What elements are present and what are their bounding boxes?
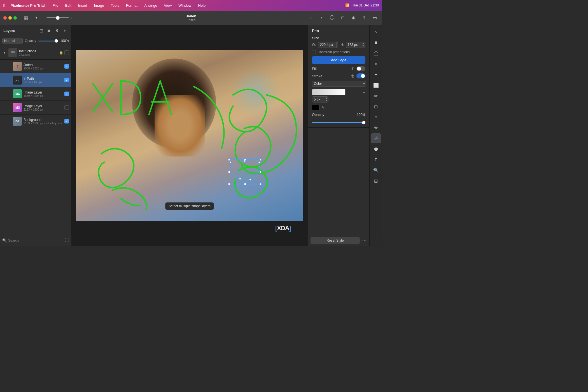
layer-item[interactable]: ▼ ☶ Instructions 3 Layers 🔒: [0, 46, 71, 59]
sidebar-toggle-button[interactable]: ▦: [22, 14, 30, 22]
more-options-button[interactable]: ⋯: [371, 234, 381, 244]
paint-tool-button[interactable]: ■: [371, 38, 381, 48]
rect-select-button[interactable]: ⬜: [371, 80, 381, 90]
layer-visibility-checkbox[interactable]: ✓: [64, 78, 69, 82]
menu-window[interactable]: Window: [177, 3, 192, 8]
text-tool-button[interactable]: T: [371, 155, 381, 165]
layer-visibility-checkbox[interactable]: ✓: [64, 119, 69, 123]
constrain-proportions-checkbox[interactable]: [312, 50, 316, 54]
view-options-button[interactable]: ▭: [370, 14, 379, 22]
zoom-out-button[interactable]: −: [43, 16, 45, 20]
color-edit-icon[interactable]: ✎: [321, 105, 325, 110]
menu-edit[interactable]: Edit: [64, 3, 73, 8]
menu-image[interactable]: Image: [93, 3, 105, 8]
height-increment-btn[interactable]: ▲: [361, 42, 365, 45]
stroke-opacity-slider[interactable]: [312, 122, 365, 123]
menu-insert[interactable]: Insert: [77, 3, 88, 8]
zoom-tool-button[interactable]: 🔍: [371, 165, 381, 175]
constrain-proportions-label: Constrain proportions: [318, 50, 350, 54]
stroke-delete-icon[interactable]: 🗑: [351, 74, 355, 78]
close-button[interactable]: [3, 16, 7, 20]
layer-visibility-checkbox[interactable]: ✓: [64, 64, 69, 69]
height-input[interactable]: [346, 42, 361, 48]
layer-item[interactable]: J Jaden 2008 × 2326 px ✓: [0, 60, 71, 73]
heal-tool-button[interactable]: ○: [371, 112, 381, 122]
transform-tool-button[interactable]: ⊞: [371, 176, 381, 186]
menu-arrange[interactable]: Arrange: [143, 3, 158, 8]
stroke-preview-row: ▼: [312, 89, 365, 95]
stroke-width-decrement-btn[interactable]: ▼: [324, 99, 328, 102]
lasso-tool-button[interactable]: ⚬: [371, 59, 381, 69]
menu-format[interactable]: Format: [125, 3, 139, 8]
menu-view[interactable]: View: [163, 3, 173, 8]
minimize-button[interactable]: [8, 16, 12, 20]
blend-mode-select[interactable]: Normal: [2, 38, 23, 44]
stroke-toggle[interactable]: [356, 73, 365, 78]
blur-tool-button[interactable]: ❋: [371, 123, 381, 133]
menu-tools[interactable]: Tools: [110, 3, 120, 8]
document-title-area: Jaden Edited: [186, 14, 197, 22]
pen-tool-button[interactable]: [371, 133, 381, 143]
layer-thumbnail: IMG: [13, 89, 22, 98]
reset-style-button[interactable]: Reset Style: [311, 237, 360, 244]
layer-actions: ✓: [64, 64, 69, 69]
menu-file[interactable]: File: [52, 3, 60, 8]
share-button[interactable]: ⇧: [360, 14, 368, 22]
layers-add-bottom-icon[interactable]: ⓘ: [65, 237, 69, 243]
height-decrement-btn[interactable]: ▼: [361, 45, 365, 48]
layers-add-icon[interactable]: +: [62, 27, 68, 34]
info-button[interactable]: ⓘ: [328, 14, 336, 22]
width-decrement-btn[interactable]: ▼: [337, 45, 338, 48]
canvas-area[interactable]: Select multiple shape layers [XDA]: [71, 25, 308, 246]
brush-tool-button[interactable]: ✏: [371, 91, 381, 101]
layer-item[interactable]: IMG Image Layer 2133 × 1600 px: [0, 101, 71, 114]
stroke-width-increment-btn[interactable]: ▲: [324, 97, 328, 99]
layer-item[interactable]: IMG Image Layer 1889 × 1406 px ✓: [0, 87, 71, 101]
select-tool-button[interactable]: ↖: [371, 27, 381, 37]
chevron-down-button[interactable]: ▼: [32, 14, 40, 22]
layer-visibility-checkbox[interactable]: [64, 50, 69, 55]
fill-toggle[interactable]: [356, 66, 365, 71]
layer-item[interactable]: BG Background 2133 × 1600 px, Color Adju…: [0, 115, 71, 128]
circle-select-button[interactable]: ◯: [371, 48, 381, 58]
layers-mask-icon[interactable]: ◼: [46, 27, 52, 34]
stroke-width-input[interactable]: [312, 97, 324, 102]
panel-more-icon[interactable]: ⋯: [362, 238, 367, 243]
menubar-right: 📶 Tue 31 Dec 21:30: [345, 3, 379, 7]
opacity-value: 100%: [60, 39, 69, 43]
layers-icon-button[interactable]: ◾: [307, 14, 315, 22]
apple-menu[interactable]: : [3, 3, 5, 8]
layer-name: Jaden: [24, 63, 64, 67]
layers-filter-icon[interactable]: ✖: [54, 27, 60, 34]
magic-wand-button[interactable]: ✦: [371, 69, 381, 80]
eraser-tool-button[interactable]: ◻: [371, 101, 381, 111]
maximize-button[interactable]: [13, 16, 17, 20]
stroke-color-chevron-icon: ▼: [363, 91, 365, 94]
zoom-slider[interactable]: [46, 17, 69, 18]
shape-tool-button[interactable]: ⬢: [371, 144, 381, 154]
layers-search-bottom-input[interactable]: [8, 239, 64, 242]
stroke-type-select[interactable]: Color Gradient: [312, 81, 366, 87]
expand-icon: [7, 105, 11, 110]
crop-button[interactable]: □: [339, 14, 347, 22]
width-input[interactable]: [318, 42, 336, 48]
lock-icon: 🔒: [59, 51, 63, 55]
layers-animate-icon[interactable]: ◰: [38, 27, 44, 34]
menu-help[interactable]: Help: [197, 3, 207, 8]
layer-visibility-checkbox[interactable]: [64, 105, 69, 110]
color-swatch[interactable]: [312, 105, 320, 110]
fill-delete-icon[interactable]: 🗑: [351, 66, 355, 71]
add-style-button[interactable]: Add Style: [312, 56, 365, 64]
adjustments-button[interactable]: ▫: [317, 14, 326, 22]
stroke-color-preview[interactable]: [312, 89, 346, 95]
zoom-in-button[interactable]: +: [70, 16, 72, 20]
app-name[interactable]: Pixelmator Pro Trial: [10, 3, 45, 8]
layer-item-active[interactable]: ◆ Path 220.4 × 163 px ✓: [0, 73, 71, 87]
share-options-button[interactable]: ⊕: [349, 14, 358, 22]
expand-icon[interactable]: ▼: [2, 50, 7, 55]
opacity-slider[interactable]: [38, 41, 58, 41]
layer-info: Image Layer 1889 × 1406 px: [24, 90, 64, 97]
width-increment-btn[interactable]: ▲: [337, 42, 338, 45]
layers-header: Layers ◰ ◼ ✖ +: [0, 25, 71, 36]
layer-visibility-checkbox[interactable]: ✓: [64, 92, 69, 96]
